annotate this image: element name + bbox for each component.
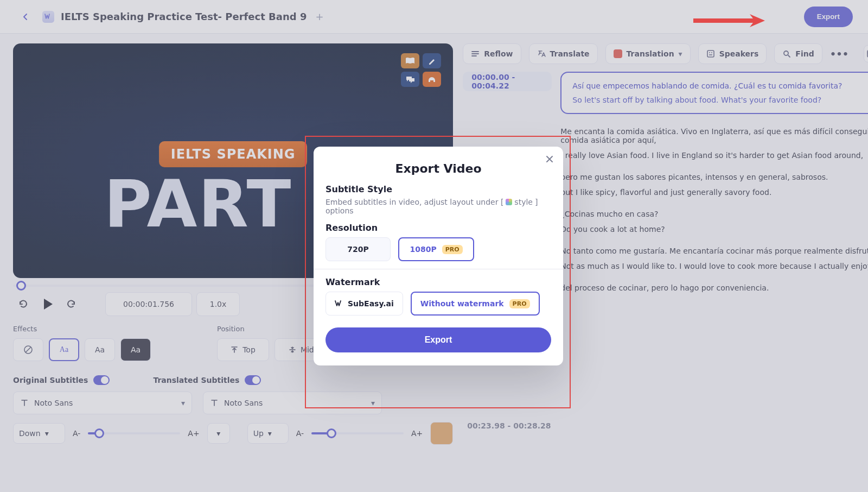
- resolution-720[interactable]: 720P: [326, 237, 391, 261]
- watermark-none-option[interactable]: Without watermark PRO: [411, 292, 540, 316]
- subtitle-style-note: Embed subtitles in video, adjust layout …: [326, 198, 551, 215]
- resolution-1080[interactable]: 1080PPRO: [398, 237, 474, 261]
- watermark-brand-option[interactable]: SubEasy.ai: [326, 292, 403, 316]
- subtitle-style-label: Subtitle Style: [326, 184, 551, 194]
- modal-title: Export Video: [326, 162, 551, 175]
- resolution-label: Resolution: [326, 223, 551, 233]
- watermark-label: Watermark: [326, 277, 551, 287]
- style-link-icon: [506, 199, 512, 205]
- brand-logo-icon: [335, 299, 343, 308]
- modal-export-button[interactable]: Export: [326, 327, 551, 352]
- pro-badge: PRO: [442, 245, 463, 254]
- pro-badge-2: PRO: [509, 299, 530, 308]
- annotation-arrow: [693, 11, 769, 32]
- export-modal: Export Video Subtitle Style Embed subtit…: [314, 147, 563, 365]
- close-icon[interactable]: [545, 154, 554, 166]
